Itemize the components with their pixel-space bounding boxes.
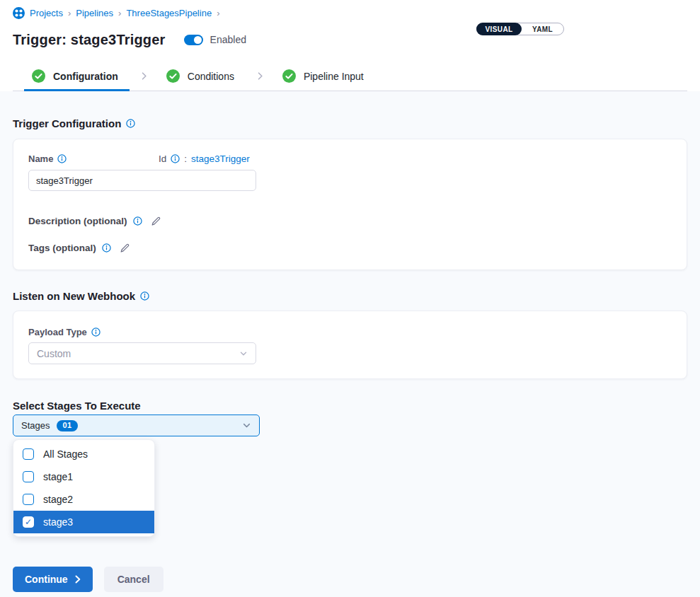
check-circle-icon [32, 69, 45, 83]
info-icon[interactable] [91, 328, 101, 337]
id-value[interactable]: stage3Trigger [191, 153, 250, 164]
title-row: Trigger: stage3Trigger Enabled [13, 29, 687, 50]
section-title-text: Listen on New Webhook [13, 290, 135, 302]
id-label: Id [159, 153, 166, 164]
chevron-right-icon [139, 71, 149, 81]
cancel-button[interactable]: Cancel [104, 567, 163, 592]
wizard-tabs: Configuration Conditions Pipeline Input [13, 62, 687, 91]
trigger-configuration-heading: Trigger Configuration [13, 117, 687, 129]
info-icon[interactable] [171, 154, 180, 163]
checkbox-checked[interactable] [23, 516, 34, 528]
continue-label: Continue [25, 574, 68, 585]
enabled-toggle[interactable] [184, 35, 203, 45]
check-circle-icon [166, 69, 180, 83]
cancel-label: Cancel [117, 574, 150, 585]
payload-type-select: Custom [28, 342, 256, 364]
breadcrumb: Projects › Pipelines › ThreeStagesPipeli… [13, 7, 687, 19]
name-label: Name [28, 153, 53, 164]
enabled-label: Enabled [210, 34, 246, 45]
option-label: All Stages [43, 448, 88, 460]
name-label-group: Name [28, 153, 159, 164]
stages-dropdown[interactable]: Stages 01 [13, 415, 260, 436]
trigger-configuration-card: Name Id : stage3Trigger Description (opt… [13, 139, 687, 270]
checkbox[interactable] [23, 494, 34, 505]
info-icon[interactable] [102, 243, 111, 253]
id-group: Id : stage3Trigger [159, 153, 250, 164]
name-id-row: Name Id : stage3Trigger [28, 153, 672, 163]
tab-conditions[interactable]: Conditions [159, 62, 246, 91]
page-header: Projects › Pipelines › ThreeStagesPipeli… [0, 0, 700, 91]
stages-dropdown-label: Stages [21, 420, 50, 431]
option-stage1[interactable]: stage1 [13, 465, 154, 488]
tab-pipeline-input[interactable]: Pipeline Input [275, 62, 375, 91]
tab-configuration[interactable]: Configuration [24, 62, 130, 91]
name-input[interactable] [28, 170, 256, 191]
breadcrumb-link-pipeline-name[interactable]: ThreeStagesPipeline [126, 8, 212, 18]
tab-label: Pipeline Input [304, 71, 364, 82]
footer-actions: Continue Cancel [13, 567, 687, 592]
option-all-stages[interactable]: All Stages [13, 443, 154, 465]
option-label: stage2 [43, 494, 73, 505]
info-icon[interactable] [133, 216, 142, 226]
option-label: stage3 [43, 516, 73, 528]
main-content: Trigger Configuration Name Id : stage3Tr… [0, 91, 700, 597]
section-title-text: Select Stages To Execute [13, 400, 141, 412]
tags-label: Tags (optional) [28, 243, 96, 253]
option-stage2[interactable]: stage2 [13, 488, 154, 511]
continue-button[interactable]: Continue [13, 567, 93, 592]
breadcrumb-link-pipelines[interactable]: Pipelines [76, 8, 113, 18]
description-label: Description (optional) [28, 216, 127, 226]
edit-tags-icon[interactable] [120, 243, 130, 253]
visual-toggle-button[interactable]: VISUAL [476, 23, 522, 35]
visual-yaml-toggle: VISUAL YAML [476, 23, 564, 35]
tags-row: Tags (optional) [28, 242, 672, 254]
stages-count-badge: 01 [57, 420, 77, 431]
page-title: Trigger: stage3Trigger [13, 32, 166, 48]
toggle-knob [194, 36, 202, 44]
chevron-down-icon [242, 421, 251, 430]
chevron-right-icon [256, 71, 265, 81]
breadcrumb-separator: › [68, 8, 71, 18]
option-label: stage1 [43, 471, 73, 482]
webhook-heading: Listen on New Webhook [13, 289, 687, 302]
chevron-right-icon [75, 575, 81, 584]
harness-project-icon [13, 7, 25, 19]
breadcrumb-separator: › [217, 8, 219, 18]
checkbox[interactable] [23, 448, 34, 460]
edit-description-icon[interactable] [151, 216, 161, 226]
option-stage3[interactable]: stage3 [13, 511, 154, 533]
info-icon[interactable] [126, 119, 135, 128]
payload-type-label: Payload Type [28, 327, 87, 337]
description-row: Description (optional) [28, 215, 672, 227]
breadcrumb-link-projects[interactable]: Projects [30, 8, 63, 18]
breadcrumb-separator: › [118, 8, 121, 18]
check-circle-icon [282, 69, 296, 83]
yaml-toggle-button[interactable]: YAML [522, 23, 563, 35]
select-stages-heading: Select Stages To Execute [13, 399, 687, 412]
tab-label: Configuration [53, 71, 118, 82]
id-separator: : [184, 153, 187, 164]
checkbox[interactable] [23, 471, 34, 482]
stages-options-popup: All Stages stage1 stage2 stage3 [13, 439, 155, 537]
chevron-down-icon [239, 349, 248, 358]
payload-type-label-group: Payload Type [28, 327, 672, 337]
tab-label: Conditions [188, 71, 234, 82]
info-icon[interactable] [140, 291, 149, 301]
webhook-card: Payload Type Custom [13, 311, 687, 379]
payload-type-value: Custom [37, 348, 71, 359]
info-icon[interactable] [57, 154, 67, 163]
section-title-text: Trigger Configuration [13, 117, 121, 129]
